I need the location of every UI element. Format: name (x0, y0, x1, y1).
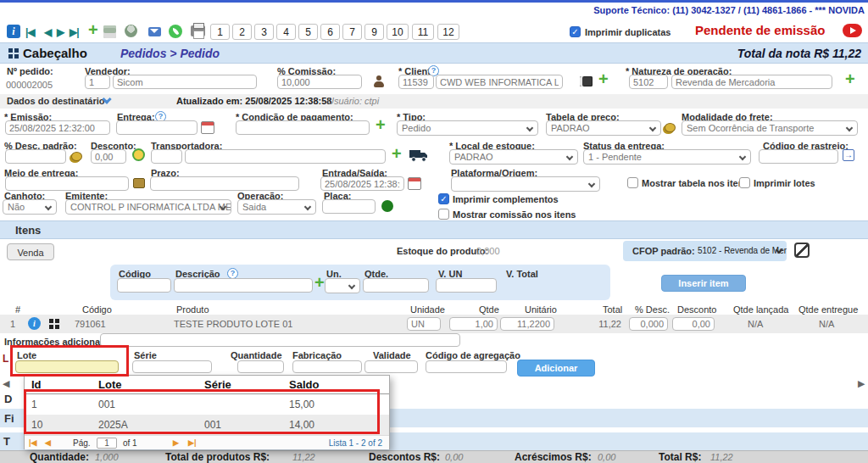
emitente-select[interactable]: CONTROL P INFORMATICA LTDA ME (65, 199, 231, 215)
mostrar-tabela-checkbox[interactable] (627, 177, 638, 188)
plataforma-select[interactable] (451, 176, 600, 192)
transportadora-code-input[interactable] (151, 149, 182, 164)
quantidade-input[interactable] (237, 360, 284, 373)
user-icon[interactable] (125, 25, 137, 37)
col-unidade[interactable]: Unidade (410, 304, 445, 315)
coins-icon[interactable] (71, 152, 82, 161)
natureza-name-input[interactable] (671, 75, 832, 89)
delivery-icon[interactable] (133, 178, 145, 188)
entrega-input[interactable] (116, 120, 198, 135)
imprimir-lotes-checkbox[interactable] (739, 177, 750, 188)
transportadora-name-input[interactable] (185, 149, 386, 164)
agregacao-input[interactable] (426, 360, 507, 373)
page-last-icon[interactable]: ▶| (188, 438, 196, 447)
natureza-code-input[interactable] (629, 75, 668, 89)
imprimir-complementos-checkbox[interactable]: ✓ (438, 193, 449, 204)
toolbar-tab-4[interactable]: 4 (276, 24, 296, 40)
page-next-icon[interactable]: ▶ (173, 438, 179, 447)
imprimir-duplicatas-checkbox[interactable]: ✓ (570, 26, 581, 37)
validade-input[interactable] (364, 360, 418, 373)
contacts-book-icon[interactable] (580, 76, 593, 86)
calendar-icon[interactable] (408, 177, 421, 190)
col-num[interactable]: # (15, 304, 20, 315)
toolbar-tab-7[interactable]: 7 (342, 24, 362, 40)
toolbar-tab-9[interactable]: 9 (364, 24, 384, 40)
print-icon[interactable] (191, 25, 205, 36)
toolbar-tab-5[interactable]: 5 (298, 24, 318, 40)
local-estoque-select[interactable]: PADRAO (449, 149, 578, 165)
toolbar-tab-10[interactable]: 10 (387, 24, 409, 40)
row-unidade-input[interactable] (407, 317, 441, 331)
breadcrumb[interactable]: Pedidos > Pedido (120, 47, 220, 60)
serie-input[interactable] (132, 360, 212, 373)
info-icon[interactable]: i (7, 25, 20, 38)
status-entrega-select[interactable]: 1 - Pendente (583, 149, 751, 165)
prazo-input[interactable] (150, 176, 299, 191)
col-produto[interactable]: Produto (176, 304, 209, 315)
row-desc-pct-input[interactable] (629, 317, 668, 331)
cfop-pill[interactable]: CFOP padrão: 5102 - Revenda de Merc (623, 241, 787, 261)
page-prev-icon[interactable]: ◀ (45, 438, 51, 447)
vendedor-code-input[interactable] (85, 75, 110, 89)
last-record-icon[interactable]: ▶| (70, 26, 79, 38)
cliente-name-input[interactable] (436, 75, 563, 89)
row-qtde-input[interactable] (449, 317, 498, 331)
inserir-item-button[interactable]: Inserir item (661, 275, 746, 292)
emissao-input[interactable] (5, 120, 110, 135)
fabricacao-input[interactable] (292, 360, 362, 373)
add-item-icon[interactable]: + (314, 275, 325, 290)
toolbar-tab-2[interactable]: 2 (232, 24, 252, 40)
col-total[interactable]: Total (603, 304, 622, 315)
mail-icon[interactable] (148, 27, 161, 36)
cliente-code-input[interactable] (398, 75, 434, 89)
add-transportadora-icon[interactable]: + (392, 146, 402, 161)
entrada-saida-input[interactable] (320, 176, 404, 191)
col-qtde[interactable]: Qtde (479, 304, 499, 315)
coins-icon[interactable] (665, 123, 676, 132)
tabela-preco-select[interactable]: PADRAO (546, 120, 661, 136)
page-first-icon[interactable]: |◀ (29, 438, 36, 447)
entry-descricao-input[interactable] (174, 278, 313, 293)
col-desconto[interactable]: Desconto (677, 304, 716, 315)
col-codigo[interactable]: Código (82, 304, 112, 315)
toolbar-tab-6[interactable]: 6 (320, 24, 340, 40)
desc-padrao-input[interactable] (5, 149, 66, 164)
toolbar-tab-3[interactable]: 3 (254, 24, 274, 40)
destinatario-label[interactable]: Dados do destinatário (7, 96, 105, 106)
toolbar-tab-11[interactable]: 11 (412, 24, 434, 40)
desconto-input[interactable] (91, 149, 126, 164)
discount-ball-icon[interactable] (132, 148, 145, 161)
tipo-select[interactable]: Pedido (397, 120, 538, 136)
scroll-left-icon[interactable]: ◀ (3, 378, 9, 389)
first-record-icon[interactable]: |◀ (25, 26, 35, 38)
person-icon[interactable] (373, 75, 385, 87)
meio-entrega-input[interactable] (5, 176, 129, 191)
calendar-icon[interactable] (201, 121, 214, 134)
canhoto-select[interactable]: Não (3, 199, 57, 215)
entry-un-select[interactable] (325, 278, 360, 293)
col-unitario[interactable]: Unitário (525, 304, 557, 315)
entry-qtde-input[interactable] (363, 278, 429, 293)
tracking-icon[interactable]: → (843, 149, 854, 161)
col-desc-pct[interactable]: % Desc. (635, 304, 670, 315)
row-grid-icon[interactable] (49, 319, 53, 323)
comissao-input[interactable] (277, 75, 362, 89)
entry-vun-input[interactable] (436, 278, 497, 293)
operacao-select[interactable]: Saida (237, 199, 316, 215)
scroll-right-icon[interactable]: ▶ (858, 378, 865, 389)
frete-select[interactable]: Sem Ocorrência de Transporte (682, 120, 858, 136)
row-desconto-input[interactable] (672, 317, 715, 331)
add-condicao-icon[interactable]: + (376, 117, 386, 132)
entry-codigo-input[interactable] (117, 278, 171, 293)
info-adicionais-input[interactable] (100, 333, 460, 347)
col-qtde-entregue[interactable]: Qtde entregue (798, 304, 858, 315)
truck-icon[interactable] (409, 148, 429, 164)
row-info-icon[interactable]: i (28, 317, 41, 330)
add-natureza-icon[interactable]: + (845, 71, 855, 86)
add-cliente-icon[interactable]: + (598, 71, 609, 86)
note-icon[interactable] (794, 243, 810, 258)
mostrar-comissao-checkbox[interactable] (438, 209, 449, 220)
next-record-icon[interactable]: ▶ (57, 26, 64, 38)
adicionar-button[interactable]: Adicionar (517, 360, 595, 377)
whatsapp-icon[interactable] (169, 25, 182, 40)
